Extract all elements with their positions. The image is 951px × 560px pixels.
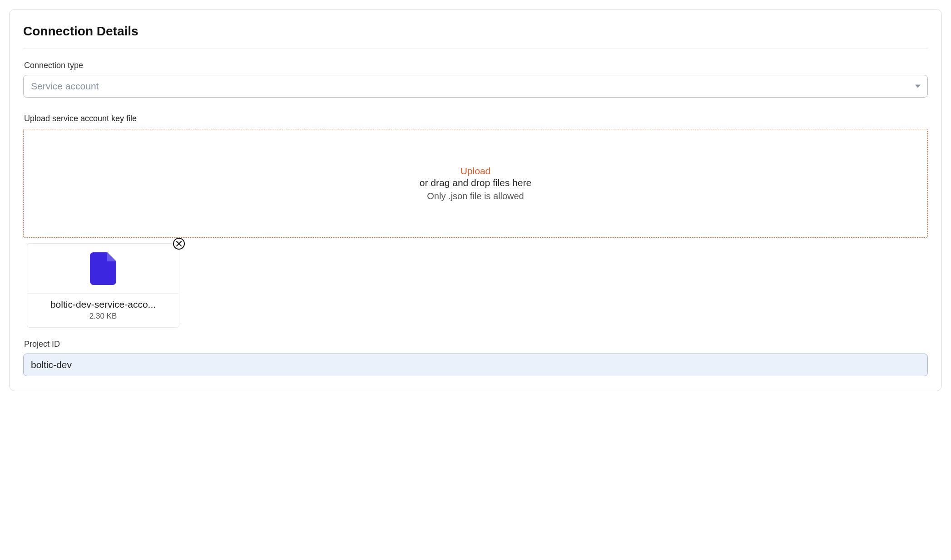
divider [23, 49, 928, 49]
connection-type-value: Service account [31, 81, 99, 92]
project-id-input[interactable] [23, 354, 928, 376]
upload-link[interactable]: Upload [420, 166, 531, 177]
uploaded-file-name: boltic-dev-service-acco... [32, 299, 174, 310]
uploaded-file-card: boltic-dev-service-acco... 2.30 KB [27, 243, 179, 328]
close-icon [176, 241, 182, 247]
dropzone-hint: Only .json file is allowed [427, 191, 524, 201]
dropzone-text: Upload or drag and drop files here [420, 166, 531, 188]
connection-type-select[interactable]: Service account [23, 75, 928, 98]
upload-label: Upload service account key file [24, 114, 928, 123]
chevron-down-icon [915, 85, 921, 88]
uploaded-file-size: 2.30 KB [32, 312, 174, 321]
file-icon [90, 252, 116, 285]
connection-type-label: Connection type [24, 61, 928, 70]
project-id-label: Project ID [24, 339, 928, 349]
upload-dropzone[interactable]: Upload or drag and drop files here Only … [23, 129, 928, 238]
section-title: Connection Details [23, 24, 928, 39]
remove-file-button[interactable] [173, 238, 185, 250]
connection-details-card: Connection Details Connection type Servi… [9, 9, 942, 391]
dropzone-subtext: or drag and drop files here [420, 177, 531, 188]
